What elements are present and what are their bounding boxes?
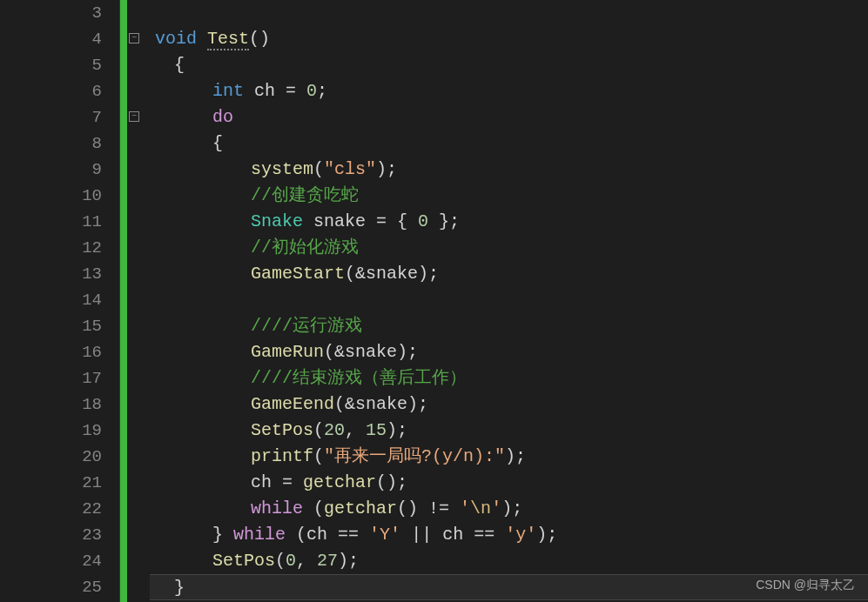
line-number: 8 bbox=[0, 130, 119, 157]
comment: //初始化游戏 bbox=[251, 237, 359, 258]
line-number: 22 bbox=[0, 496, 119, 522]
line-number: 15 bbox=[0, 313, 119, 339]
line-number: 6 bbox=[0, 78, 119, 104]
code-line[interactable]: } while (ch == 'Y' || ch == 'y'); bbox=[150, 522, 868, 548]
keyword-do: do bbox=[212, 107, 233, 127]
line-number: 5 bbox=[0, 52, 119, 78]
code-line[interactable]: SetPos(20, 15); bbox=[150, 418, 868, 444]
line-number: 19 bbox=[0, 418, 119, 444]
line-number: 23 bbox=[0, 522, 119, 548]
line-number: 13 bbox=[0, 261, 119, 287]
code-line[interactable]: while (getchar() != '\n'); bbox=[150, 496, 868, 522]
line-number: 20 bbox=[0, 444, 119, 470]
code-line[interactable]: ////结束游戏（善后工作） bbox=[150, 365, 868, 391]
function-name: Test bbox=[207, 29, 249, 50]
code-line[interactable]: do bbox=[150, 104, 868, 130]
line-number: 4 bbox=[0, 26, 119, 52]
code-line[interactable]: GameRun(&snake); bbox=[150, 339, 868, 365]
line-number: 21 bbox=[0, 470, 119, 496]
code-line[interactable]: ch = getchar(); bbox=[150, 470, 868, 496]
type-name: Snake bbox=[251, 211, 303, 231]
code-line[interactable]: printf("再来一局吗?(y/n):"); bbox=[150, 444, 868, 470]
keyword-while: while bbox=[233, 525, 286, 545]
code-line[interactable]: void Test() bbox=[150, 26, 868, 52]
code-line[interactable]: { bbox=[150, 130, 868, 157]
line-number: 11 bbox=[0, 209, 119, 235]
line-number: 9 bbox=[0, 157, 119, 183]
line-number: 10 bbox=[0, 183, 119, 209]
code-area[interactable]: void Test() { int ch = 0; do { system("c… bbox=[145, 0, 868, 602]
code-line[interactable] bbox=[150, 0, 868, 26]
line-number: 16 bbox=[0, 339, 119, 365]
line-number: 25 bbox=[0, 574, 119, 600]
code-line[interactable]: //初始化游戏 bbox=[150, 235, 868, 261]
fold-minus-icon[interactable]: − bbox=[129, 33, 139, 43]
line-number: 14 bbox=[0, 287, 119, 313]
watermark: CSDN @归寻太乙 bbox=[756, 572, 855, 598]
keyword-int: int bbox=[212, 81, 244, 101]
fold-column: − − bbox=[127, 0, 145, 602]
code-line[interactable]: ////运行游戏 bbox=[150, 313, 868, 339]
line-number: 3 bbox=[0, 0, 119, 26]
fold-minus-icon[interactable]: − bbox=[129, 111, 139, 122]
code-line[interactable]: SetPos(0, 27); bbox=[150, 548, 868, 574]
code-line[interactable]: system("cls"); bbox=[150, 157, 868, 183]
comment: ////运行游戏 bbox=[251, 316, 362, 336]
line-number: 17 bbox=[0, 365, 119, 391]
code-line[interactable]: GameEend(&snake); bbox=[150, 391, 868, 418]
keyword-while: while bbox=[251, 498, 303, 518]
line-number: 24 bbox=[0, 548, 119, 574]
line-gutter: 3 4 5 6 7 8 9 10 11 12 13 14 15 16 17 18… bbox=[0, 0, 120, 602]
code-editor: 3 4 5 6 7 8 9 10 11 12 13 14 15 16 17 18… bbox=[0, 0, 868, 602]
keyword-void: void bbox=[155, 29, 197, 49]
code-line[interactable]: int ch = 0; bbox=[150, 78, 868, 104]
code-line[interactable]: GameStart(&snake); bbox=[150, 261, 868, 287]
code-line[interactable] bbox=[150, 287, 868, 313]
line-number: 18 bbox=[0, 391, 119, 418]
code-line[interactable]: Snake snake = { 0 }; bbox=[150, 209, 868, 235]
comment: ////结束游戏（善后工作） bbox=[251, 368, 467, 388]
line-number: 12 bbox=[0, 235, 119, 261]
line-number: 7 bbox=[0, 104, 119, 130]
comment: //创建贪吃蛇 bbox=[251, 185, 359, 205]
change-marker bbox=[120, 0, 127, 602]
code-line[interactable]: //创建贪吃蛇 bbox=[150, 183, 868, 209]
code-line[interactable]: { bbox=[150, 52, 868, 78]
